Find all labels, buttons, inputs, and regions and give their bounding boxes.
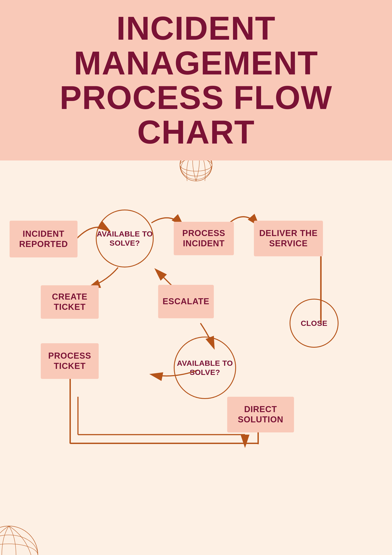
close-node: CLOSE (290, 299, 339, 348)
header-section: INCIDENT MANAGEMENT PROCESS FLOW CHART (0, 0, 392, 161)
create-ticket-node: CREATE TICKET (41, 285, 99, 319)
main-title: INCIDENT MANAGEMENT PROCESS FLOW CHART (0, 11, 392, 150)
available-to-solve-2-node: AVAILABLE TO SOLVE? (174, 336, 236, 399)
escalate-node: ESCALATE (158, 285, 214, 318)
direct-solution-node: DIRECT SOLUTION (227, 397, 294, 432)
svg-point-10 (0, 526, 38, 555)
process-incident-node: PROCESS INCIDENT (174, 222, 234, 255)
svg-point-2 (180, 161, 212, 176)
horizontal-to-direct-solution (70, 443, 258, 444)
svg-point-0 (180, 161, 212, 181)
globe-bottom-decoration (0, 515, 42, 555)
svg-point-11 (0, 544, 38, 555)
incident-reported-node: INCIDENT REPORTED (10, 221, 78, 257)
process-ticket-node: PROCESS TICKET (41, 343, 99, 379)
page: INCIDENT MANAGEMENT PROCESS FLOW CHART (0, 0, 392, 555)
available-to-solve-1-node: AVAILABLE TO SOLVE? (96, 210, 154, 268)
globe-top-decoration (178, 161, 214, 183)
svg-point-1 (180, 161, 212, 171)
body-section: INCIDENT REPORTED AVAILABLE TO SOLVE? PR… (0, 161, 392, 555)
process-ticket-down-line (70, 379, 71, 444)
deliver-the-service-node: DELIVER THE SERVICE (254, 221, 323, 256)
